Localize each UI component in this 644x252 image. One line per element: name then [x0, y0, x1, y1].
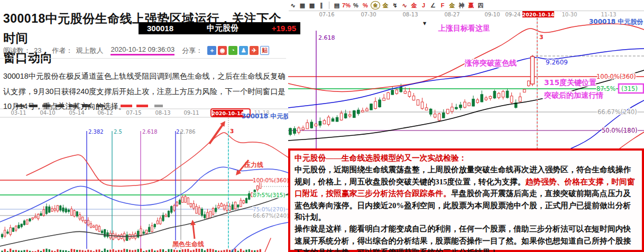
svg-text:11-13: 11-13: [601, 12, 616, 17]
stock-code: 300018: [147, 24, 173, 33]
wave-icon[interactable]: ∿: [400, 1, 409, 10]
stock-change: +19.95: [272, 24, 296, 33]
daily-chart-canvas: 07-1607-3008-1308-2709-1009-242020-10-14…: [288, 11, 644, 148]
svg-text:黑色生命线: 黑色生命线: [172, 240, 204, 248]
percent7-icon[interactable]: 7%: [342, 1, 351, 10]
gold-lines-icon[interactable]: 金: [381, 1, 390, 10]
svg-text:▼: ▼: [423, 21, 427, 26]
svg-text:2.786: 2.786: [180, 129, 196, 135]
svg-text:07-16: 07-16: [319, 12, 334, 17]
svg-text:300018 中元股份: 300018 中元股份: [589, 18, 643, 25]
svg-text:时间窗口: 时间窗口: [553, 11, 581, 12]
page-title: 300018中元股份生命线上强势区域运行，关注下个时间窗口动向: [3, 9, 291, 68]
svg-text:75.0%(270): 75.0%(270): [253, 206, 286, 212]
svg-text:上涨目标看这里: 上涨目标看这里: [438, 24, 490, 32]
svg-text:09-10: 09-10: [484, 12, 500, 17]
reads-label: 阅读数：: [3, 46, 31, 55]
svg-text:2.382: 2.382: [88, 129, 104, 135]
analysis-paragraph: 中元股份，近期围绕生命线震荡盘整，上周股价放量突破生命线再次进入强势区，符合生命…: [295, 164, 638, 223]
svg-text:08-27: 08-27: [444, 12, 459, 17]
svg-text:09-24: 09-24: [505, 12, 520, 17]
svg-text:08-13: 08-13: [402, 12, 418, 17]
svg-text:100.0%(360): 100.0%(360): [253, 177, 288, 183]
grid-icon[interactable]: ▦: [298, 1, 307, 10]
svg-text:9.2609: 9.2609: [546, 59, 568, 66]
svg-text:突破后的加速行情: 突破后的加速行情: [544, 91, 603, 99]
svg-text:2.618: 2.618: [318, 34, 335, 41]
zigzag-line-icon[interactable]: ∿: [289, 1, 297, 10]
stock-article-page: 300018中元股份生命线上强势区域运行，关注下个时间窗口动向 300018 中…: [0, 0, 644, 252]
svg-text:50.0%(180): 50.0%(180): [602, 127, 637, 134]
toolbar-separator: [329, 2, 329, 9]
analysis-box: 中元股份——生命线选股模型的又一次实战检验：中元股份，近期围绕生命线震荡盘整，上…: [288, 148, 644, 252]
chart-toolbar: ∿▦▩∥▤7%%%金金↯∿金J∠F金神赢四: [289, 0, 644, 11]
share-qq-icon[interactable]: ♟: [239, 46, 248, 55]
analysis-paragraph: 中元股份——生命线选股模型的又一次实战检验：: [295, 152, 638, 164]
win-angle-icon[interactable]: 赢: [467, 1, 475, 10]
svg-text:2.5: 2.5: [114, 129, 122, 135]
svg-text:(315): (315): [621, 85, 638, 92]
svg-text:87.5%: 87.5%: [596, 85, 616, 92]
svg-text:涨停突破蓝色线: 涨停突破蓝色线: [464, 59, 517, 67]
percent-line-icon[interactable]: %: [361, 1, 370, 10]
share-icon-row: ＋◉◔♟✈贴: [206, 46, 269, 55]
share-qzone-icon[interactable]: ✈: [250, 46, 259, 55]
grid-dense-icon[interactable]: ▩: [308, 1, 316, 10]
j-angle-icon[interactable]: J: [419, 1, 428, 10]
divider: [0, 58, 286, 59]
share-more-icon[interactable]: ＋: [207, 46, 216, 55]
share-wechat-icon[interactable]: ◔: [228, 46, 237, 55]
hatch-icon[interactable]: ∥: [317, 1, 326, 10]
svg-text:87.5%(315): 87.5%(315): [253, 192, 286, 198]
brush-icon[interactable]: ↯: [391, 1, 399, 10]
share-tieba-icon[interactable]: 贴: [260, 46, 269, 55]
gold-angle-icon[interactable]: 金: [448, 1, 456, 10]
share-weibo-icon[interactable]: ◉: [218, 46, 227, 55]
bars-stat-icon[interactable]: ▤: [333, 1, 341, 10]
stock-badge: 300018 中元股份 +19.95: [139, 22, 300, 34]
angle-icon[interactable]: ∠: [429, 1, 437, 10]
svg-text:66.67%(240): 66.67%(240): [253, 212, 288, 219]
svg-text:315度关键位置: 315度关键位置: [544, 78, 596, 87]
weekly-chart-canvas: 03-1104-1005-1406-1207-1508-1309-112020-…: [0, 103, 288, 252]
share-label: 分享：: [182, 46, 203, 55]
article-summary: 300018中元股份在极反通道蓝色上轨线受阻回调到黑色生命线，之后在生命线反复确…: [3, 69, 288, 114]
gold-red-icon[interactable]: 金: [410, 1, 418, 10]
svg-text:3: 3: [230, 128, 234, 134]
author-label: 作者：: [52, 46, 72, 55]
svg-text:100.0%(360): 100.0%(360): [596, 73, 636, 80]
svg-text:3: 3: [539, 34, 544, 41]
stock-name: 中元股份: [173, 23, 272, 33]
author-name: 观上散人: [76, 46, 103, 55]
f-angle-icon[interactable]: F: [438, 1, 447, 10]
percent-icon[interactable]: %: [352, 1, 360, 10]
publish-datetime: 2020-10-12 09:36:03: [111, 45, 174, 55]
svg-text:07-30: 07-30: [361, 12, 376, 17]
shen-angle-icon[interactable]: 神: [457, 1, 466, 10]
svg-text:2.618: 2.618: [142, 129, 158, 135]
weekly-chart: 03-1104-1005-1406-1207-1508-1309-112020-…: [0, 103, 288, 252]
svg-text:66.67%(240): 66.67%(240): [597, 108, 637, 116]
gold-circle-icon[interactable]: 金: [371, 1, 380, 10]
analysis-paragraph: 操作就是这样，能看明白才能变成自己的利润，任何一个股票，借助三步分析法可以在短时…: [295, 223, 638, 252]
four-angle-icon[interactable]: 四: [476, 1, 485, 10]
svg-text:2020-10-14: 2020-10-14: [522, 12, 555, 17]
article-meta: 阅读数：23 作者：观上散人 2020-10-12 09:36:03 分享： ＋…: [3, 45, 269, 55]
svg-text:10-30: 10-30: [562, 12, 577, 17]
daily-chart: 07-1607-3008-1308-2709-1009-242020-10-14…: [288, 11, 644, 148]
reads-count: 23: [34, 46, 41, 54]
